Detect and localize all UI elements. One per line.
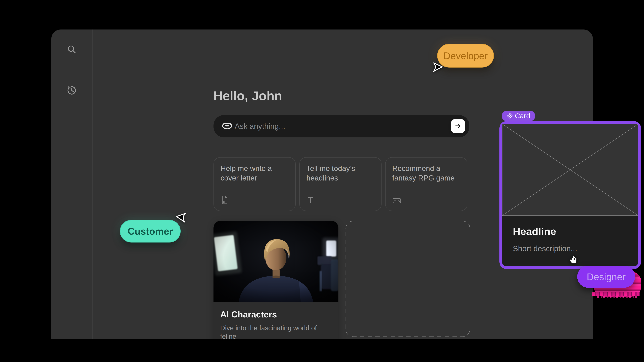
article-image — [214, 221, 338, 303]
suggestion-card-headlines[interactable]: Tell me today’s headlines T — [299, 157, 382, 211]
suggestion-label: Tell me today’s headlines — [306, 164, 372, 183]
article-title: AI Characters — [220, 309, 332, 320]
empty-card-slot[interactable] — [346, 221, 470, 337]
customer-cursor-icon — [175, 212, 187, 223]
component-description: Short description... — [513, 244, 628, 253]
component-tag-label: Card — [515, 112, 530, 120]
link-icon[interactable] — [222, 123, 232, 130]
text-icon: T — [306, 196, 314, 205]
developer-cursor-icon — [432, 62, 443, 72]
component-headline: Headline — [513, 225, 628, 237]
history-icon — [66, 85, 77, 95]
send-button[interactable] — [451, 119, 465, 133]
cursor-label-customer: Customer — [120, 220, 180, 243]
suggestion-card-rpg-game[interactable]: Recommend a fantasy RPG game — [385, 157, 468, 211]
suggestion-label: Recommend a fantasy RPG game — [392, 164, 458, 183]
history-button[interactable] — [66, 84, 78, 96]
canvas: Hello, John Hel — [0, 0, 644, 362]
component-tag[interactable]: Card — [502, 111, 535, 121]
ask-input[interactable] — [234, 115, 427, 137]
article-description: Dive into the fascinating world of felin… — [220, 324, 332, 339]
search-button[interactable] — [66, 43, 78, 56]
gamepad-icon — [392, 197, 401, 205]
pink-glitch-streak — [592, 292, 640, 296]
svg-text:T: T — [308, 196, 313, 204]
article-card[interactable]: AI Characters Dive into the fascinating … — [214, 221, 338, 339]
component-card[interactable]: Headline Short description... — [500, 121, 641, 269]
grab-hand-cursor-icon — [569, 254, 580, 266]
cursor-label-developer: Developer — [437, 44, 494, 67]
document-icon — [220, 196, 228, 205]
sidebar-divider — [92, 29, 92, 339]
image-placeholder — [502, 124, 638, 216]
component-icon — [507, 113, 512, 119]
suggestion-card-cover-letter[interactable]: Help me write a cover letter — [214, 157, 296, 211]
ask-bar[interactable] — [214, 115, 470, 137]
pink-glitch-streak-2 — [597, 296, 637, 298]
article-caption: AI Characters Dive into the fascinating … — [214, 303, 338, 339]
suggestion-label: Help me write a cover letter — [220, 164, 286, 183]
arrow-right-icon — [455, 122, 461, 130]
cursor-label-designer: Designer — [577, 266, 635, 288]
search-icon — [66, 44, 77, 55]
page-title: Hello, John — [214, 88, 282, 103]
